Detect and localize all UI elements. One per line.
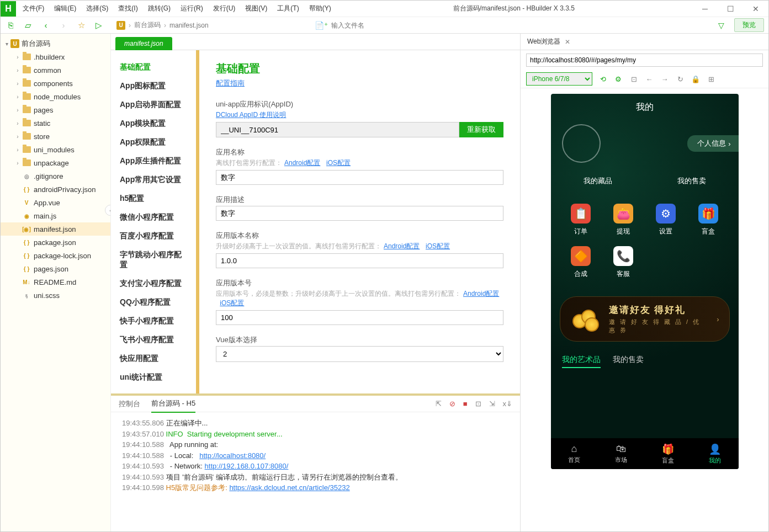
tree-file[interactable]: ◎.gitignore	[1, 169, 110, 183]
tree-folder[interactable]: ›unpackage	[1, 156, 110, 169]
menu-item[interactable]: 帮助(Y)	[305, 2, 336, 15]
tree-file[interactable]: M↓README.md	[1, 275, 110, 289]
ios-config-link[interactable]: iOS配置	[326, 159, 351, 167]
manifest-nav-item[interactable]: 百度小程序配置	[111, 227, 196, 246]
rotate-icon[interactable]: ⟲	[598, 75, 608, 83]
tabbar-首页[interactable]: ⌂首页	[551, 438, 598, 469]
lock-icon[interactable]: 🔒	[691, 75, 701, 83]
close-button[interactable]: ✕	[743, 1, 768, 17]
tree-root[interactable]: ▾ U 前台源码	[1, 37, 110, 50]
tree-file[interactable]: { }pages.json	[1, 262, 110, 275]
vercode-input[interactable]	[216, 310, 503, 325]
tab-manifest[interactable]: manifest.json	[115, 37, 172, 50]
avatar[interactable]	[562, 124, 601, 163]
console-tab-active[interactable]: 前台源码 - H5	[151, 395, 195, 413]
invite-banner[interactable]: 邀请好友 得好礼 邀 请 好 友 得 藏 品 / 优 惠 券 ›	[560, 296, 730, 342]
menu-item[interactable]: 视图(V)	[241, 2, 272, 15]
tree-file[interactable]: VApp.vue	[1, 196, 110, 209]
new-file-icon[interactable]: ⎘	[5, 20, 16, 31]
minimize-button[interactable]: ─	[692, 1, 718, 17]
manifest-nav-item[interactable]: 快手小程序配置	[111, 312, 196, 331]
manifest-nav-item[interactable]: App原生插件配置	[111, 152, 196, 171]
tree-file[interactable]: { }package.json	[1, 236, 110, 249]
manifest-nav-item[interactable]: 字节跳动小程序配置	[111, 246, 196, 274]
search-input[interactable]	[331, 22, 442, 29]
phone-menu-客服[interactable]: 📞客服	[602, 246, 645, 279]
web-tab-label[interactable]: Web浏览器	[527, 37, 560, 46]
device-select[interactable]: iPhone 6/7/8	[526, 72, 592, 86]
tabbar-我的[interactable]: 👤我的	[692, 438, 739, 469]
devtools-icon[interactable]: ⊞	[706, 75, 716, 83]
tree-folder[interactable]: ›.hbuilderx	[1, 50, 110, 63]
console-clear-icon[interactable]: ⊡	[475, 400, 481, 408]
android-config-link[interactable]: Android配置	[284, 159, 320, 167]
console-stop-icon[interactable]: ⊘	[449, 400, 455, 408]
console-export-icon[interactable]: ⇱	[436, 400, 442, 408]
back-icon[interactable]: ‹	[40, 20, 51, 31]
nav-forward-icon[interactable]: →	[660, 75, 670, 83]
phone-menu-订单[interactable]: 📋订单	[560, 204, 602, 236]
manifest-nav-item[interactable]: 基础配置	[111, 58, 196, 77]
subtab-sales[interactable]: 我的售卖	[613, 355, 644, 368]
tree-file[interactable]: ᶊuni.scss	[1, 289, 110, 302]
manifest-nav-item[interactable]: App常用其它设置	[111, 171, 196, 189]
url-input[interactable]	[526, 54, 763, 67]
console-stop2-icon[interactable]: ■	[463, 400, 468, 408]
vername-input[interactable]	[216, 253, 503, 268]
appdesc-input[interactable]	[216, 206, 503, 221]
manifest-nav-item[interactable]: 微信小程序配置	[111, 208, 196, 227]
console-collapse-icon[interactable]: ⇲	[489, 400, 495, 408]
manifest-nav-item[interactable]: 支付宝小程序配置	[111, 274, 196, 293]
tree-folder[interactable]: ›store	[1, 130, 110, 143]
screenshot-icon[interactable]: ⊡	[629, 75, 639, 83]
tree-folder[interactable]: ›pages	[1, 103, 110, 116]
menu-item[interactable]: 运行(R)	[176, 2, 208, 15]
android-config-link[interactable]: Android配置	[384, 242, 420, 250]
refresh-icon[interactable]: ↻	[675, 75, 685, 83]
android-config-link[interactable]: Android配置	[463, 290, 499, 297]
star-icon[interactable]: ☆	[76, 20, 87, 31]
ios-config-link[interactable]: iOS配置	[220, 299, 244, 307]
menu-item[interactable]: 选择(S)	[82, 2, 113, 15]
tree-file[interactable]: [◉]manifest.json	[1, 222, 110, 236]
manifest-nav-item[interactable]: h5配置	[111, 189, 196, 208]
preview-button[interactable]: 预览	[734, 18, 764, 32]
menu-item[interactable]: 文件(F)	[18, 2, 49, 15]
stat-sales[interactable]: 我的售卖	[645, 176, 739, 186]
filter-icon[interactable]: ▽	[718, 21, 724, 30]
appname-input[interactable]	[216, 170, 503, 185]
console-close-icon[interactable]: x⇓	[503, 400, 513, 408]
menu-item[interactable]: 发行(U)	[209, 2, 240, 15]
appid-input[interactable]	[216, 122, 459, 137]
manifest-nav-item[interactable]: App模块配置	[111, 114, 196, 133]
save-icon[interactable]: ▱	[23, 20, 34, 31]
manifest-nav-item[interactable]: App图标配置	[111, 77, 196, 95]
manifest-nav-item[interactable]: App权限配置	[111, 133, 196, 152]
tree-folder[interactable]: ›uni_modules	[1, 143, 110, 156]
close-web-tab-icon[interactable]: ✕	[565, 38, 570, 46]
tree-file[interactable]: { }package-lock.json	[1, 249, 110, 262]
reget-button[interactable]: 重新获取	[459, 122, 503, 137]
menu-item[interactable]: 工具(T)	[273, 2, 303, 15]
tabbar-市场[interactable]: 🛍市场	[598, 438, 645, 469]
menu-item[interactable]: 跳转(G)	[144, 2, 175, 15]
ios-config-link[interactable]: iOS配置	[426, 242, 450, 250]
settings-icon[interactable]: ⚙	[613, 75, 623, 83]
appid-help-link[interactable]: DCloud AppID 使用说明	[216, 110, 286, 120]
vue-select[interactable]: 2	[216, 346, 503, 362]
manifest-nav-item[interactable]: 飞书小程序配置	[111, 331, 196, 349]
phone-menu-合成[interactable]: 🔶合成	[560, 246, 602, 279]
phone-menu-盲盒[interactable]: 🎁盲盒	[687, 204, 730, 236]
tabbar-盲盒[interactable]: 🎁盲盒	[645, 438, 692, 469]
tree-folder[interactable]: ›node_modules	[1, 90, 110, 103]
stat-collections[interactable]: 我的藏品	[551, 176, 645, 186]
tree-folder[interactable]: ›components	[1, 77, 110, 90]
maximize-button[interactable]: ☐	[718, 1, 743, 17]
manifest-nav-item[interactable]: QQ小程序配置	[111, 293, 196, 312]
console-tab[interactable]: 控制台	[119, 396, 140, 412]
menu-item[interactable]: 查找(I)	[114, 2, 142, 15]
tree-file[interactable]: { }androidPrivacy.json	[1, 183, 110, 196]
personal-info-button[interactable]: 个人信息›	[687, 135, 738, 152]
menu-item[interactable]: 编辑(E)	[50, 2, 81, 15]
config-guide-link[interactable]: 配置指南	[216, 78, 245, 88]
